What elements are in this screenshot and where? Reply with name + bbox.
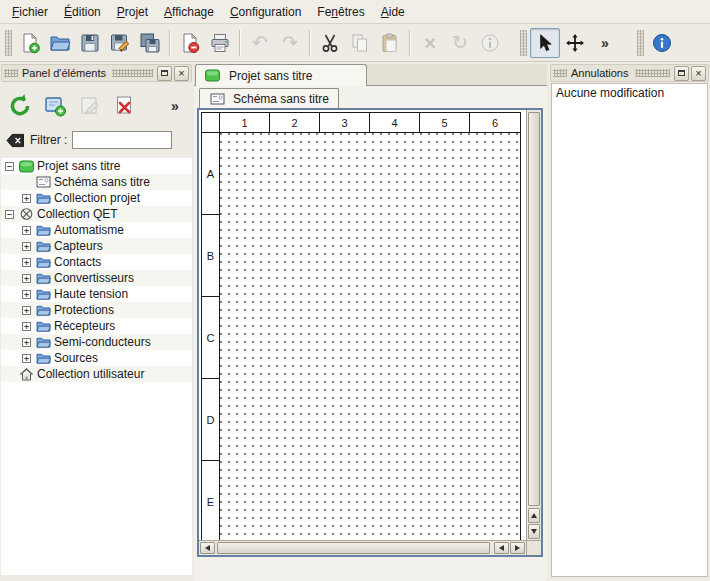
about-button[interactable] <box>647 28 677 58</box>
menu-affichage[interactable]: Affichage <box>156 2 222 22</box>
toolbar-separator <box>409 30 411 56</box>
float-dock-button[interactable] <box>674 66 689 81</box>
menu-edition[interactable]: Édition <box>56 2 109 22</box>
toolbar-grip[interactable] <box>637 30 644 56</box>
expand-icon[interactable]: + <box>22 338 31 347</box>
expand-icon[interactable]: + <box>22 226 31 235</box>
menu-fichier[interactable]: Fichier <box>4 2 56 22</box>
scroll-down-button[interactable] <box>528 524 540 539</box>
tab-schema[interactable]: Schéma sans titre <box>199 88 339 108</box>
delete-element-button[interactable] <box>109 90 141 122</box>
collapse-icon[interactable]: − <box>5 210 14 219</box>
new-file-button[interactable] <box>15 28 45 58</box>
scroll-up-button[interactable] <box>528 508 540 523</box>
vertical-scrollbar[interactable] <box>526 110 541 540</box>
toolbar-grip[interactable] <box>520 30 527 56</box>
arrow-up-icon <box>531 513 537 518</box>
float-dock-button[interactable] <box>157 66 172 81</box>
move-arrows-icon <box>564 32 586 54</box>
pan-mode-button[interactable] <box>560 28 590 58</box>
tree-item-label: Sources <box>54 351 98 365</box>
menu-aide[interactable]: Aide <box>373 2 413 22</box>
float-icon <box>161 70 168 76</box>
arrow-down-icon <box>531 529 537 534</box>
expand-icon[interactable]: + <box>22 354 31 363</box>
expand-icon[interactable]: + <box>22 242 31 251</box>
paste-icon <box>379 32 401 54</box>
rotate-button[interactable]: ↻ <box>445 28 475 58</box>
diagram-info-button[interactable] <box>475 28 505 58</box>
undo-empty-text: Aucune modification <box>556 86 703 100</box>
undo-panel-titlebar[interactable]: Annulations × <box>550 64 709 82</box>
elements-panel-titlebar[interactable]: Panel d'éléments × <box>1 64 192 82</box>
chevron-double-right-icon: » <box>171 98 179 114</box>
open-file-button[interactable] <box>45 28 75 58</box>
scroll-right-button[interactable] <box>510 542 525 554</box>
menu-projet[interactable]: Projet <box>109 2 156 22</box>
save-button[interactable] <box>75 28 105 58</box>
tree-item-capteurs[interactable]: +Capteurs <box>1 238 192 254</box>
filter-input[interactable] <box>72 131 172 149</box>
folder-icon <box>35 335 51 349</box>
clear-filter-icon[interactable] <box>6 133 25 148</box>
tree-item-label: Semi-conducteurs <box>54 335 151 349</box>
expand-icon[interactable]: + <box>22 194 31 203</box>
elements-panel-dock: Panel d'éléments × » Filtrer : −Projet s… <box>0 64 193 581</box>
expand-icon[interactable]: + <box>22 274 31 283</box>
horizontal-scrollbar[interactable] <box>199 540 526 555</box>
tree-item-collection-projet[interactable]: +Collection projet <box>1 190 192 206</box>
undo-history-list[interactable]: Aucune modification <box>551 83 708 577</box>
tree-item-collection-qet[interactable]: −Collection QET <box>1 206 192 222</box>
edit-element-button[interactable] <box>74 90 106 122</box>
tree-item-label: Haute tension <box>54 287 128 301</box>
redo-button[interactable]: ↷ <box>275 28 305 58</box>
tree-item-schema-sans-titre[interactable]: Schéma sans titre <box>1 174 192 190</box>
menu-configuration[interactable]: Configuration <box>222 2 309 22</box>
menu-fenetres[interactable]: Fenêtres <box>309 2 372 22</box>
expand-icon[interactable]: + <box>22 322 31 331</box>
close-dock-button[interactable]: × <box>691 66 706 81</box>
tree-item-label: Collection utilisateur <box>37 367 144 381</box>
schema-canvas[interactable]: 123456 ABCDE <box>199 110 526 540</box>
toolbar-overflow-button[interactable]: » <box>590 28 620 58</box>
new-element-button[interactable] <box>39 90 71 122</box>
tree-item-haute-tension[interactable]: +Haute tension <box>1 286 192 302</box>
copy-button[interactable] <box>345 28 375 58</box>
expand-icon[interactable]: + <box>22 306 31 315</box>
tree-item-projet-sans-titre[interactable]: −Projet sans titre <box>1 158 192 174</box>
undo-button[interactable]: ↶ <box>245 28 275 58</box>
horizontal-scrollbar-thumb[interactable] <box>217 542 490 554</box>
tab-project[interactable]: Projet sans titre <box>195 64 367 86</box>
select-mode-button[interactable] <box>530 28 560 58</box>
schema-view-frame: 123456 ABCDE <box>197 108 543 557</box>
expand-icon[interactable]: + <box>22 258 31 267</box>
toolbar-grip[interactable] <box>5 30 12 56</box>
tree-item-semi-conducteurs[interactable]: +Semi-conducteurs <box>1 334 192 350</box>
tree-item-sources[interactable]: +Sources <box>1 350 192 366</box>
save-all-button[interactable] <box>135 28 165 58</box>
print-button[interactable] <box>205 28 235 58</box>
tree-item-automatisme[interactable]: +Automatisme <box>1 222 192 238</box>
scroll-left-button[interactable] <box>200 542 215 554</box>
reload-collections-button[interactable] <box>4 90 36 122</box>
tree-item-recepteurs[interactable]: +Récepteurs <box>1 318 192 334</box>
tree-item-contacts[interactable]: +Contacts <box>1 254 192 270</box>
paste-button[interactable] <box>375 28 405 58</box>
expand-icon[interactable]: + <box>22 290 31 299</box>
tree-item-protections[interactable]: +Protections <box>1 302 192 318</box>
tree-item-label: Récepteurs <box>54 319 115 333</box>
close-file-button[interactable] <box>175 28 205 58</box>
vertical-scrollbar-thumb[interactable] <box>528 112 540 506</box>
collapse-icon[interactable]: − <box>5 162 14 171</box>
tree-item-convertisseurs[interactable]: +Convertisseurs <box>1 270 192 286</box>
cut-button[interactable] <box>315 28 345 58</box>
diagram-grid[interactable] <box>220 133 520 540</box>
scroll-left-button-2[interactable] <box>494 542 509 554</box>
tree-item-collection-utilisateur[interactable]: Collection utilisateur <box>1 366 192 382</box>
tree-item-label: Projet sans titre <box>37 159 120 173</box>
folder-icon <box>35 319 51 333</box>
save-as-button[interactable] <box>105 28 135 58</box>
close-dock-button[interactable]: × <box>174 66 189 81</box>
delete-button[interactable]: × <box>415 28 445 58</box>
panel-overflow-button[interactable]: » <box>167 95 183 117</box>
